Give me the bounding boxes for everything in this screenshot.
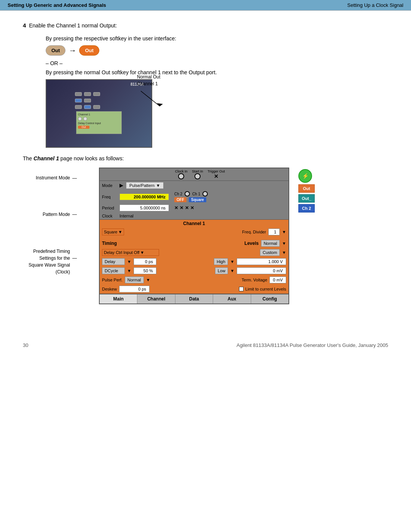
delay-high-row: Delay ▼ 0 ps High ▼ 1.000 V bbox=[100, 257, 288, 266]
tab-config[interactable]: Config bbox=[251, 294, 288, 304]
button-illustration: Out → Out bbox=[46, 45, 388, 56]
square-dropdown[interactable]: Square ▼ bbox=[102, 228, 124, 235]
clock-value: Internal bbox=[119, 214, 134, 218]
clock-label: Clock bbox=[102, 214, 117, 218]
out-button[interactable]: Out bbox=[298, 184, 315, 193]
hw-btn bbox=[93, 92, 100, 96]
square-button[interactable]: Square bbox=[189, 197, 206, 202]
limit-checkbox[interactable] bbox=[239, 287, 244, 291]
mode-dropdown[interactable]: Pulse/Pattern ▼ bbox=[126, 182, 164, 189]
normal-out-image-section: 81134A bbox=[46, 79, 388, 148]
tab-data[interactable]: Data bbox=[175, 294, 213, 304]
hw-row bbox=[75, 99, 100, 102]
hw-btn bbox=[84, 99, 91, 102]
mode-dropdown-arrow-icon: ▼ bbox=[156, 183, 160, 188]
term-voltage-label: Term. Voltage bbox=[242, 278, 267, 282]
doc-title: Agilent 81133A/81134A Pulse Generator Us… bbox=[236, 342, 388, 348]
annotation-label-pattern: Pattern Mode bbox=[23, 212, 72, 218]
panel-tabs: Main Channel Data Aux Config bbox=[100, 294, 288, 304]
panel-top-bar: Clock In Start In Trigger Out ✕ bbox=[100, 168, 288, 181]
normal-out-text: Normal OutChannel 1 bbox=[137, 73, 167, 87]
low-label: Low bbox=[218, 268, 225, 273]
freq-divider-label: Freq. Divider bbox=[242, 230, 266, 234]
ch2-label: Ch 2 bbox=[174, 192, 182, 196]
tab-aux[interactable]: Aux bbox=[213, 294, 251, 304]
delay-ctrl-row: Delay Ctrl Input Off ▼ Custom ▼ bbox=[100, 248, 288, 257]
x-symbol-4: ✕ bbox=[190, 205, 194, 211]
annotation-label-instrument: Instrument Mode bbox=[23, 175, 72, 181]
freq-value-field: 200.000000 MHz bbox=[119, 193, 169, 200]
term-voltage-field: 0 mV bbox=[269, 276, 286, 283]
ch1-label: Ch 1 bbox=[192, 192, 200, 196]
callout-arrow-svg bbox=[137, 87, 167, 110]
period-label: Period bbox=[102, 206, 117, 210]
dcycle-arrow-icon: ▼ bbox=[127, 268, 131, 273]
clock-in-indicator: Clock In bbox=[175, 169, 188, 179]
low-label-field: Low bbox=[215, 267, 228, 274]
x-symbol-3: ✕ bbox=[185, 205, 189, 211]
trigger-out-indicator: Trigger Out ✕ bbox=[208, 169, 225, 179]
annotation-dash: — bbox=[72, 256, 77, 261]
spacer-top bbox=[23, 168, 91, 175]
ch2-button-label: Ch 2 bbox=[302, 206, 311, 211]
tab-config-label: Config bbox=[263, 296, 277, 302]
hw-delay-label: Delay Control Input bbox=[78, 122, 101, 125]
main-content: 4 Enable the Channel 1 normal Output: By… bbox=[0, 11, 411, 320]
out-button-label: Out bbox=[303, 186, 310, 191]
hw-panel-row bbox=[78, 117, 120, 121]
off-button[interactable]: OFF bbox=[174, 197, 186, 202]
freq-divider-arrow-icon: ▼ bbox=[282, 230, 286, 234]
levels-label: Levels bbox=[244, 241, 258, 246]
start-circle bbox=[194, 173, 201, 179]
callout-normal-out: Normal OutChannel 1 bbox=[137, 73, 167, 110]
italic-text: Channel 1 bbox=[33, 155, 59, 161]
freq-divider-value: 1 bbox=[274, 230, 276, 234]
annotation-label-predefined: Predefined TimingSettings for theSquare … bbox=[23, 248, 72, 275]
right-buttons-col: ⚡ Out Out_ Ch 2 bbox=[297, 168, 316, 214]
hw-btn-blue bbox=[84, 105, 91, 109]
ch1-circle bbox=[202, 191, 208, 197]
tab-channel[interactable]: Channel bbox=[137, 294, 175, 304]
freq-value: 200.000000 MHz bbox=[134, 195, 166, 199]
device-image: 81134A bbox=[46, 79, 152, 148]
btn-out-orange: Out bbox=[79, 45, 99, 56]
pulse-term-row: Pulse Perf. Normal ▼ Term. Voltage 0 mV bbox=[100, 275, 288, 284]
tab-aux-label: Aux bbox=[228, 296, 236, 302]
dcycle-label: DCycle bbox=[105, 268, 118, 273]
normal-value: Normal bbox=[264, 241, 277, 246]
green-round-button[interactable]: ⚡ bbox=[298, 169, 312, 183]
ch2-button[interactable]: Ch 2 bbox=[298, 204, 315, 212]
delay-ctrl-arrow-icon: ▼ bbox=[140, 250, 144, 255]
hw-row bbox=[75, 92, 100, 96]
outro-text: page now looks as follows: bbox=[59, 155, 124, 161]
start-in-indicator: Start In bbox=[192, 169, 203, 179]
period-value-field: 5.0000000 ns bbox=[119, 204, 169, 211]
mode-value: Pulse/Pattern bbox=[129, 183, 155, 188]
tab-main[interactable]: Main bbox=[100, 294, 137, 304]
ch2-circle bbox=[185, 191, 190, 197]
freq-row: Freq 200.000000 MHz Ch 2 Ch 1 OFF bbox=[100, 190, 288, 203]
freq-divider-field: 1 bbox=[268, 228, 280, 235]
start-in-label: Start In bbox=[192, 169, 203, 173]
annotation-pattern-mode: Pattern Mode — bbox=[23, 212, 91, 218]
timing-levels-row: Timing Levels Normal ▼ bbox=[100, 239, 288, 248]
hw-btn bbox=[84, 92, 91, 96]
mode-arrow-icon: ▶ bbox=[119, 183, 123, 188]
step-text: Enable the Channel 1 normal Output: bbox=[29, 22, 117, 29]
out-underscore-button[interactable]: Out_ bbox=[298, 194, 315, 203]
delay-ctrl-dropdown[interactable]: Delay Ctrl Input Off ▼ bbox=[102, 249, 159, 256]
header-right: Setting Up a Clock Signal bbox=[347, 2, 403, 8]
hw-btn bbox=[75, 92, 82, 96]
high-arrow-icon: ▼ bbox=[230, 259, 234, 264]
pulse-perf-arrow-icon: ▼ bbox=[146, 278, 150, 282]
svg-line-0 bbox=[141, 91, 160, 106]
delay-label-field: Delay bbox=[102, 258, 125, 265]
term-voltage-value: 0 mV bbox=[273, 278, 283, 282]
dcycle-value-field: 50 % bbox=[134, 267, 156, 274]
dcycle-low-row: DCycle ▼ 50 % Low ▼ 0 mV bbox=[100, 266, 288, 275]
clock-circle bbox=[178, 173, 184, 179]
dcycle-label-field: DCycle bbox=[102, 267, 125, 274]
limit-checkbox-label[interactable]: Limit to current Levels bbox=[239, 287, 286, 291]
tab-channel-label: Channel bbox=[147, 296, 165, 302]
x-symbols-row: ✕ ✕ ✕ ✕ bbox=[174, 205, 194, 211]
